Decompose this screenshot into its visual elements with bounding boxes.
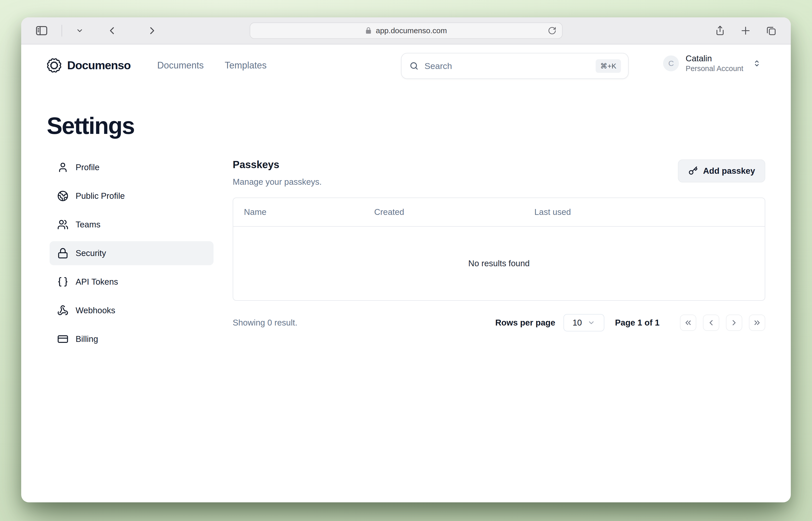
globe-icon [57,190,68,202]
sidebar-item-label: Profile [76,162,100,172]
add-passkey-label: Add passkey [703,166,755,176]
credit-card-icon [57,334,68,345]
webhook-icon [57,305,68,316]
chevron-left-icon [707,318,716,327]
account-menu[interactable]: C Catalin Personal Account [663,54,761,73]
reload-icon[interactable] [548,26,556,35]
empty-state-text: No results found [468,258,530,268]
browser-toolbar: app.documenso.com [21,17,791,44]
sidebar-item-label: Security [76,248,106,258]
documenso-logo-icon [47,58,62,73]
sidebar-item-profile[interactable]: Profile [50,155,213,179]
account-type: Personal Account [686,64,743,73]
address-bar[interactable]: app.documenso.com [250,22,562,39]
app-header: Documenso Documents Templates ⌘+K C Cata… [21,44,791,79]
chevrons-left-icon [684,318,693,327]
browser-window: app.documenso.com [21,17,791,502]
results-summary: Showing 0 result. [233,318,297,327]
chevrons-right-icon [753,318,761,327]
sidebar-item-label: Webhooks [76,305,115,315]
passkeys-table: Name Created Last used No results found [233,198,765,301]
section-description: Manage your passkeys. [233,177,322,187]
users-icon [57,219,68,230]
sidebar-item-security[interactable]: Security [50,241,213,265]
search-bar[interactable]: ⌘+K [401,53,629,79]
chevrons-up-down-icon [752,59,761,68]
sidebar-item-label: Public Profile [76,191,125,201]
rows-per-page-select[interactable]: 10 [563,314,604,332]
sidebar-toggle-icon[interactable] [36,26,48,36]
column-header-created: Created [374,207,534,217]
back-button-icon[interactable] [107,26,117,36]
forward-button-icon[interactable] [147,26,157,36]
sidebar-item-label: Teams [76,220,100,229]
sidebar-item-webhooks[interactable]: Webhooks [50,298,213,322]
table-footer: Showing 0 result. Rows per page 10 Page … [233,314,765,332]
share-icon[interactable] [715,25,725,36]
previous-page-button[interactable] [703,315,719,331]
sidebar-item-billing[interactable]: Billing [50,327,213,351]
page-title: Settings [47,112,791,139]
url-text: app.documenso.com [376,26,447,35]
nav-templates[interactable]: Templates [225,60,267,71]
table-empty-state: No results found [233,227,765,300]
rows-per-page-value: 10 [573,318,582,327]
add-passkey-button[interactable]: Add passkey [678,159,765,182]
nav-documents[interactable]: Documents [157,60,204,71]
main-nav: Documents Templates [157,60,267,71]
search-input[interactable] [424,61,590,71]
first-page-button[interactable] [680,315,696,331]
toolbar-chevron-down-icon[interactable] [76,27,84,35]
rows-per-page-label: Rows per page [495,318,555,327]
sidebar-item-api-tokens[interactable]: API Tokens [50,270,213,294]
passkeys-section: Passkeys Manage your passkeys. Add passk… [233,155,765,356]
chevron-down-icon [587,319,595,326]
lock-icon [57,248,68,259]
search-icon [409,61,419,71]
page-info: Page 1 of 1 [615,318,659,327]
sidebar-item-teams[interactable]: Teams [50,212,213,236]
section-title: Passkeys [233,159,322,171]
next-page-button[interactable] [726,315,742,331]
brand[interactable]: Documenso [47,58,131,73]
account-name: Catalin [686,54,743,63]
tab-overview-icon[interactable] [766,25,776,36]
table-header-row: Name Created Last used [233,198,765,227]
column-header-last-used: Last used [534,207,765,217]
settings-sidebar: Profile Public Profile Teams Security AP… [50,155,213,356]
sidebar-item-public-profile[interactable]: Public Profile [50,184,213,208]
pagination [680,315,765,331]
toolbar-divider [62,25,62,37]
chevron-right-icon [730,318,738,327]
user-icon [57,162,68,173]
search-shortcut-badge: ⌘+K [596,59,621,73]
sidebar-item-label: Billing [76,334,98,344]
new-tab-icon[interactable] [740,25,751,36]
braces-icon [57,276,68,288]
key-icon [688,166,698,176]
sidebar-item-label: API Tokens [76,277,118,287]
column-header-name: Name [244,207,374,217]
ssl-lock-icon [365,27,372,35]
last-page-button[interactable] [749,315,765,331]
brand-wordmark: Documenso [67,59,131,72]
avatar: C [663,55,679,71]
